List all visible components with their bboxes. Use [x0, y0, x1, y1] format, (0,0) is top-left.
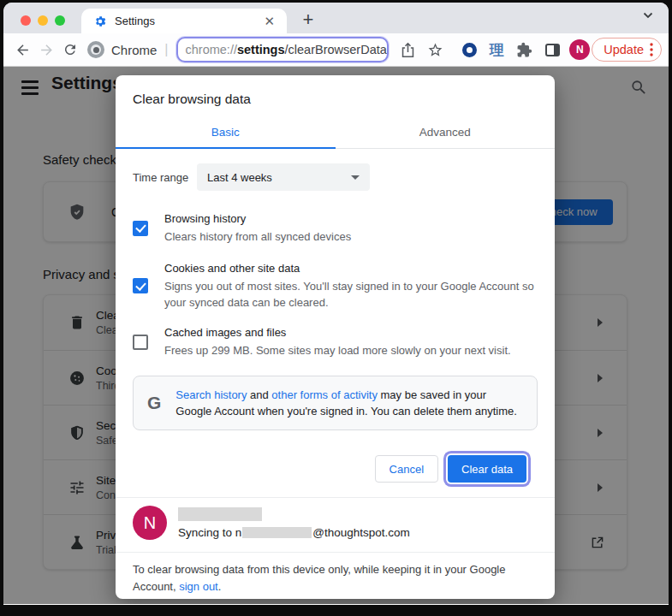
reload-button[interactable]	[58, 38, 82, 62]
zoom-window-button[interactable]	[55, 15, 65, 26]
forward-button[interactable]	[34, 38, 58, 62]
row-browsing-history: Browsing history Clears history from all…	[133, 211, 538, 245]
traffic-lights	[21, 15, 65, 26]
time-range-select[interactable]: Last 4 weeks	[197, 163, 370, 191]
origin-chip: Chrome |	[87, 41, 175, 58]
clear-data-button[interactable]: Clear data	[448, 455, 526, 483]
back-icon	[15, 42, 31, 58]
cached-images-checkbox[interactable]	[133, 335, 148, 350]
extension-li-button[interactable]: 理	[485, 38, 508, 62]
checkbox-label: Cached images and files	[164, 325, 511, 341]
origin-separator: |	[164, 42, 168, 57]
checkbox-description: Clears history from all synced devices	[164, 228, 351, 245]
li-character-extension-icon: 理	[490, 40, 504, 60]
tab-advanced[interactable]: Advanced	[336, 118, 556, 148]
redacted-email-part	[242, 527, 312, 538]
bookmark-button[interactable]	[423, 38, 447, 62]
sign-out-link[interactable]: sign out	[179, 580, 218, 593]
dialog-title: Clear browsing data	[116, 75, 555, 107]
tab-search-chevron-icon[interactable]	[643, 12, 653, 19]
side-panel-button[interactable]	[540, 38, 564, 62]
minimize-window-button[interactable]	[38, 15, 48, 26]
cookies-checkbox[interactable]	[133, 278, 148, 293]
url-scheme: chrome://	[186, 43, 237, 56]
side-panel-icon	[545, 44, 560, 56]
time-range-label: Time range	[133, 171, 197, 184]
checkbox-description: Frees up 299 MB. Some sites may load mor…	[164, 342, 511, 358]
notice-text: Search history and other forms of activi…	[175, 387, 523, 419]
settings-gear-icon	[93, 15, 107, 28]
reload-icon	[62, 42, 78, 57]
chrome-logo-icon	[87, 41, 104, 58]
close-window-button[interactable]	[21, 15, 31, 26]
profile-button[interactable]: N	[568, 38, 592, 62]
update-label: Update	[604, 43, 644, 56]
browsing-history-checkbox[interactable]	[133, 221, 148, 236]
back-button[interactable]	[10, 38, 34, 62]
redacted-account-name	[178, 507, 262, 521]
chevron-down-icon	[351, 175, 360, 180]
url-host: settings	[237, 43, 285, 56]
url-path: /clearBrowserData	[285, 43, 387, 56]
address-bar[interactable]: chrome://settings/clearBrowserData	[176, 37, 390, 62]
extensions-button[interactable]	[512, 38, 536, 62]
update-button[interactable]: Update	[592, 38, 662, 62]
google-account-notice: G Search history and other forms of acti…	[133, 376, 538, 430]
checkbox-description: Signs you out of most sites. You'll stay…	[164, 278, 538, 311]
page-content: Settings Safety check Chrome can check y…	[3, 67, 669, 604]
dialog-footer-text: To clear browsing data from this device …	[116, 553, 555, 595]
kebab-menu-icon	[650, 43, 653, 56]
sync-prefix: Syncing to n	[178, 526, 241, 539]
profile-avatar: N	[569, 39, 590, 60]
cancel-button[interactable]: Cancel	[375, 455, 438, 483]
browser-window: Settings ✕ + Chrome | chrome://settings/…	[3, 3, 669, 605]
puzzle-icon	[516, 42, 532, 58]
checkbox-label: Cookies and other site data	[164, 261, 538, 276]
other-activity-link[interactable]: other forms of activity	[271, 388, 378, 401]
google-g-logo: G	[147, 393, 161, 413]
sync-suffix: @thoughtspot.com	[312, 526, 410, 539]
time-range-value: Last 4 weeks	[207, 171, 272, 184]
tab-title: Settings	[115, 15, 260, 27]
tab-basic[interactable]: Basic	[116, 118, 336, 148]
origin-label: Chrome	[111, 43, 157, 57]
account-avatar: N	[133, 506, 167, 540]
tab-close-icon[interactable]: ✕	[260, 13, 278, 29]
tab-settings[interactable]: Settings ✕	[81, 9, 287, 33]
extension-ring-button[interactable]	[457, 38, 481, 62]
clear-browsing-data-dialog: Clear browsing data Basic Advanced Time …	[116, 75, 555, 599]
sync-account-row: N Syncing to n @thoughtspot.com	[116, 498, 555, 547]
forward-icon	[39, 42, 55, 58]
dialog-tabs: Basic Advanced	[116, 118, 555, 149]
checkbox-label: Browsing history	[164, 211, 351, 227]
tab-strip: Settings ✕ +	[3, 3, 669, 33]
toolbar: Chrome | chrome://settings/clearBrowserD…	[3, 33, 669, 67]
star-icon	[427, 42, 443, 58]
row-cookies-data: Cookies and other site data Signs you ou…	[133, 261, 538, 311]
share-button[interactable]	[395, 38, 419, 62]
new-tab-button[interactable]: +	[296, 8, 320, 32]
ring-extension-icon	[462, 43, 477, 57]
search-history-link[interactable]: Search history	[175, 388, 247, 401]
share-icon	[401, 42, 415, 58]
row-cached-images: Cached images and files Frees up 299 MB.…	[133, 325, 538, 358]
